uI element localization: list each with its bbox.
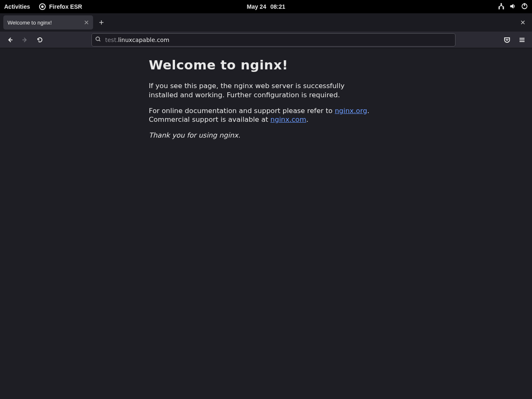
browser-tab[interactable]: Welcome to nginx!: [3, 15, 93, 30]
clock-time: 08:21: [270, 3, 285, 10]
app-menu-button[interactable]: [515, 33, 529, 47]
svg-rect-1: [499, 7, 500, 9]
list-all-tabs-button[interactable]: [517, 17, 529, 28]
nginx-com-link[interactable]: nginx.com: [271, 116, 306, 123]
nginx-org-link[interactable]: nginx.org: [335, 107, 367, 115]
page-paragraph-3: Thank you for using nginx.: [149, 131, 373, 140]
tab-title: Welcome to nginx!: [7, 20, 52, 26]
page-content: Welcome to nginx! If you see this page, …: [0, 48, 532, 140]
power-icon[interactable]: [521, 3, 528, 11]
pocket-button[interactable]: [500, 33, 514, 47]
navigation-toolbar: test.linuxcapable.com: [0, 32, 532, 48]
page-heading: Welcome to nginx!: [149, 57, 382, 72]
page-paragraph-2: For online documentation and support ple…: [149, 106, 373, 125]
clock-date: May 24: [247, 3, 266, 10]
volume-icon[interactable]: [510, 3, 516, 11]
reload-button[interactable]: [33, 33, 47, 47]
back-button[interactable]: [3, 33, 17, 47]
url-text: test.linuxcapable.com: [105, 37, 169, 43]
page-paragraph-1: If you see this page, the nginx web serv…: [149, 81, 373, 100]
activities-button[interactable]: Activities: [4, 3, 30, 10]
tab-strip: Welcome to nginx!: [0, 13, 532, 32]
network-icon[interactable]: [498, 3, 505, 11]
tab-close-button[interactable]: [84, 20, 89, 25]
active-app-label: Firefox ESR: [49, 3, 82, 10]
firefox-icon: [39, 3, 46, 10]
url-bar[interactable]: test.linuxcapable.com: [91, 33, 456, 47]
clock[interactable]: May 24 08:21: [247, 3, 286, 10]
gnome-top-bar: Activities Firefox ESR May 24 08:21: [0, 0, 532, 13]
search-icon: [95, 36, 101, 44]
svg-rect-4: [524, 3, 525, 6]
svg-point-5: [96, 37, 100, 40]
svg-rect-2: [503, 7, 504, 9]
active-app-menu[interactable]: Firefox ESR: [39, 3, 82, 10]
new-tab-button[interactable]: [96, 17, 107, 28]
forward-button: [18, 33, 32, 47]
url-subdomain: test.: [105, 37, 118, 43]
url-domain: linuxcapable.com: [118, 37, 169, 43]
